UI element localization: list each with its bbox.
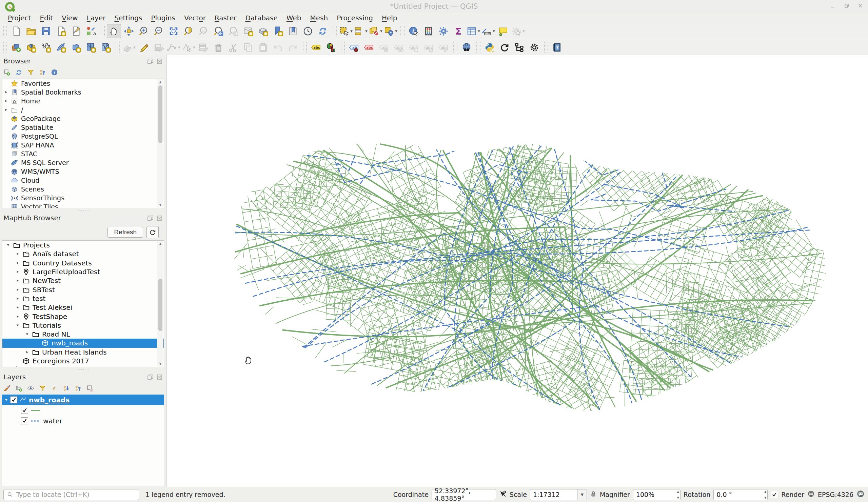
zoom-to-selection-button[interactable] bbox=[182, 24, 196, 38]
maphub-item-testshape[interactable]: TestShape bbox=[2, 312, 164, 321]
browser-item-sap-hana[interactable]: SAP HANA bbox=[2, 141, 164, 149]
chevron-down-icon[interactable]: ▼ bbox=[577, 490, 587, 500]
new-mesh-layer-button[interactable] bbox=[99, 40, 113, 54]
zoom-last-button[interactable] bbox=[211, 24, 226, 38]
browser-item-spatialite[interactable]: SpatiaLite bbox=[2, 123, 164, 132]
toolbar-handle[interactable] bbox=[303, 42, 307, 53]
select-features-by-value-button[interactable]: ▾ bbox=[354, 24, 368, 38]
cut-features-button[interactable] bbox=[226, 40, 240, 54]
magnifier-spinbox[interactable]: 100%▲▼ bbox=[633, 489, 681, 500]
minimize-button[interactable] bbox=[830, 3, 836, 9]
style-manager-button[interactable]: a bbox=[84, 24, 98, 38]
deselect-all-button[interactable]: ▾ bbox=[369, 24, 383, 38]
browser-item-spatial-bookmarks[interactable]: Spatial Bookmarks bbox=[2, 88, 164, 97]
data-source-manager-button[interactable] bbox=[9, 40, 23, 54]
spin-arrows-icon[interactable]: ▲▼ bbox=[677, 490, 679, 499]
browser-scrollbar[interactable]: ▲ ▼ bbox=[157, 79, 163, 207]
rule-checkbox[interactable] bbox=[21, 417, 28, 425]
expander-icon[interactable] bbox=[4, 243, 12, 247]
map-canvas[interactable] bbox=[166, 55, 868, 487]
expander-icon[interactable] bbox=[23, 332, 31, 336]
toolbar-handle[interactable] bbox=[3, 26, 7, 36]
lock-scale-icon[interactable] bbox=[590, 490, 597, 499]
maphub-item-projects[interactable]: Projects bbox=[2, 241, 164, 250]
field-calculator-button[interactable] bbox=[422, 24, 436, 38]
vertex-tool-button[interactable]: ▾ bbox=[182, 40, 196, 54]
dock-splitter[interactable]: ······ bbox=[0, 209, 166, 212]
refresh-browser-button[interactable] bbox=[15, 69, 22, 77]
pin-unpin-labels-button[interactable]: ab bbox=[377, 40, 391, 54]
current-edits-button[interactable]: ▾ bbox=[122, 40, 136, 54]
maphub-refresh-button[interactable]: Refresh bbox=[107, 227, 143, 238]
new-shapefile-layer-button[interactable] bbox=[39, 40, 53, 54]
browser-item-scenes[interactable]: Scenes bbox=[2, 185, 164, 194]
maphub-float-button[interactable] bbox=[147, 215, 154, 221]
browser-panel-titlebar[interactable]: Browser bbox=[0, 55, 166, 67]
highlight-pinned-labels-button[interactable]: abc bbox=[362, 40, 376, 54]
browser-close-button[interactable] bbox=[156, 58, 163, 64]
menu-web[interactable]: Web bbox=[282, 13, 306, 22]
restore-button[interactable] bbox=[844, 3, 850, 9]
toolbar-handle[interactable] bbox=[101, 26, 105, 36]
metasearch-button[interactable] bbox=[459, 40, 474, 54]
new-project-button[interactable] bbox=[9, 24, 23, 38]
filter-legend-button[interactable] bbox=[39, 385, 46, 393]
open-project-button[interactable] bbox=[24, 24, 38, 38]
maphub-item-road-nl[interactable]: Road NL bbox=[2, 330, 164, 338]
menu-help[interactable]: Help bbox=[378, 13, 402, 22]
browser-item-home[interactable]: Home bbox=[2, 97, 164, 105]
menu-plugins[interactable]: Plugins bbox=[146, 13, 180, 22]
layer-item-water[interactable]: water bbox=[2, 416, 164, 426]
browser-item-geopackage[interactable]: GeoPackage bbox=[2, 114, 164, 123]
expander-icon[interactable] bbox=[14, 296, 21, 301]
identify-features-button[interactable]: i bbox=[406, 24, 421, 38]
browser-item-sensorthings[interactable]: SensorThings bbox=[2, 194, 164, 202]
layer-checkbox[interactable] bbox=[10, 396, 17, 404]
statistical-summary-button[interactable]: Σ bbox=[451, 24, 466, 38]
rotate-label-button[interactable]: abc bbox=[422, 40, 436, 54]
manage-map-themes-button[interactable] bbox=[27, 385, 34, 393]
menu-mesh[interactable]: Mesh bbox=[306, 13, 332, 22]
properties-widget-button[interactable]: i bbox=[51, 69, 58, 77]
maphub-item-ana-s-dataset[interactable]: Anaïs dataset bbox=[2, 250, 164, 258]
digitize-with-segment-button[interactable]: ▾ bbox=[166, 40, 181, 54]
browser-item-wms-wmts[interactable]: WMS/WMTS bbox=[2, 167, 164, 176]
maphub-panel-titlebar[interactable]: MapHub Browser bbox=[0, 212, 166, 224]
pin-labels-button[interactable]: ab bbox=[347, 40, 361, 54]
expander-icon[interactable] bbox=[14, 288, 21, 292]
browser-item-favorites[interactable]: Favorites bbox=[2, 79, 164, 88]
expander-icon[interactable] bbox=[14, 261, 21, 265]
crs-status[interactable]: EPSG:4326 bbox=[818, 491, 854, 498]
zoom-native-button[interactable]: 1:1 bbox=[196, 24, 210, 38]
maphub-close-button[interactable] bbox=[156, 215, 163, 221]
layer-labeling-options-button[interactable]: abc bbox=[309, 40, 323, 54]
toolbar-handle[interactable] bbox=[341, 42, 345, 53]
browser-item-vector-tiles[interactable]: Vector Tiles bbox=[2, 202, 164, 208]
browser-item-postgresql[interactable]: PostgreSQL bbox=[2, 132, 164, 141]
menu-settings[interactable]: Settings bbox=[110, 13, 146, 22]
modify-attributes-button[interactable] bbox=[196, 40, 210, 54]
maphub-item-qgis-plugin[interactable]: QGIS Plugin bbox=[2, 365, 164, 367]
expander-icon[interactable] bbox=[14, 323, 21, 327]
layers-panel-titlebar[interactable]: Layers bbox=[0, 371, 166, 383]
zoom-out-button[interactable] bbox=[152, 24, 166, 38]
measure-line-button[interactable]: ▾ bbox=[481, 24, 495, 38]
toolbar-handle[interactable] bbox=[401, 26, 404, 36]
maphub-item-urban-heat-islands[interactable]: Urban Heat Islands bbox=[2, 348, 164, 357]
maphub-item-newtest[interactable]: NewTest bbox=[2, 276, 164, 285]
locator-search[interactable] bbox=[3, 489, 139, 500]
new-virtual-layer-button[interactable] bbox=[84, 40, 98, 54]
coordinate-extent-toggle-icon[interactable] bbox=[499, 490, 507, 499]
pan-to-selection-button[interactable] bbox=[122, 24, 136, 38]
menu-project[interactable]: Project bbox=[3, 13, 35, 22]
expander-icon[interactable] bbox=[14, 305, 21, 310]
expander-icon[interactable] bbox=[2, 90, 10, 94]
delete-selected-button[interactable] bbox=[211, 40, 226, 54]
zoom-next-button[interactable] bbox=[226, 24, 240, 38]
filter-browser-button[interactable] bbox=[27, 69, 34, 77]
maphub-item-largefileuploadtest[interactable]: LargeFileUploadTest bbox=[2, 268, 164, 276]
layer-diagram-options-button[interactable] bbox=[324, 40, 338, 54]
select-features-button[interactable]: ▾ bbox=[339, 24, 353, 38]
collapse-all-button[interactable] bbox=[39, 69, 46, 77]
scroll-down-icon[interactable]: ▼ bbox=[157, 361, 163, 366]
